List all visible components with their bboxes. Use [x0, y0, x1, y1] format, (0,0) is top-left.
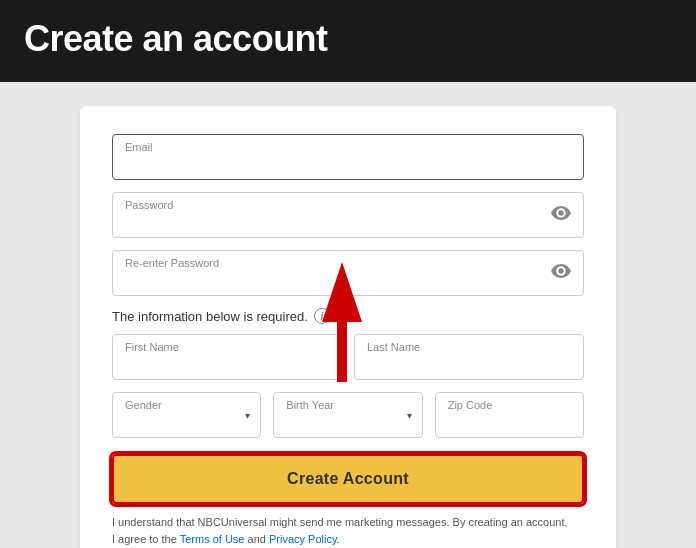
- gender-select-wrapper[interactable]: Gender Male Female Other ▾: [112, 392, 261, 438]
- first-name-input-wrapper[interactable]: First Name: [112, 334, 342, 380]
- page-content: Email Password Re-enter Password: [0, 82, 696, 548]
- info-text: The information below is required. i: [112, 308, 584, 324]
- zip-code-input-wrapper[interactable]: Zip Code: [435, 392, 584, 438]
- password-toggle-icon[interactable]: [551, 206, 571, 224]
- password-input[interactable]: [113, 193, 583, 237]
- email-input[interactable]: [113, 135, 583, 179]
- birth-year-select-wrapper[interactable]: Birth Year ▾: [273, 392, 422, 438]
- page-header: Create an account: [0, 0, 696, 82]
- demographics-row: Gender Male Female Other ▾ Birth Year ▾ …: [112, 392, 584, 438]
- name-row: First Name Last Name: [112, 334, 584, 380]
- last-name-input-wrapper[interactable]: Last Name: [354, 334, 584, 380]
- form-card: Email Password Re-enter Password: [80, 106, 616, 548]
- page-title: Create an account: [24, 18, 672, 60]
- info-icon: i: [314, 308, 330, 324]
- gender-select[interactable]: Male Female Other: [113, 393, 260, 437]
- zip-code-label: Zip Code: [448, 399, 493, 411]
- email-label: Email: [125, 141, 153, 153]
- terms-of-use-link[interactable]: Terms of Use: [180, 533, 245, 545]
- password-field-group: Password: [112, 192, 584, 238]
- reenter-password-label: Re-enter Password: [125, 257, 219, 269]
- create-account-button[interactable]: Create Account: [112, 454, 584, 504]
- first-name-label: First Name: [125, 341, 179, 353]
- reenter-password-toggle-icon[interactable]: [551, 264, 571, 282]
- privacy-policy-link[interactable]: Privacy Policy: [269, 533, 337, 545]
- last-name-label: Last Name: [367, 341, 420, 353]
- email-input-wrapper[interactable]: Email: [112, 134, 584, 180]
- email-field-group: Email: [112, 134, 584, 180]
- password-label: Password: [125, 199, 173, 211]
- reenter-password-input-wrapper[interactable]: Re-enter Password: [112, 250, 584, 296]
- password-input-wrapper[interactable]: Password: [112, 192, 584, 238]
- birth-year-select[interactable]: [274, 393, 421, 437]
- reenter-password-field-group: Re-enter Password: [112, 250, 584, 296]
- terms-text: I understand that NBCUniversal might sen…: [112, 514, 584, 547]
